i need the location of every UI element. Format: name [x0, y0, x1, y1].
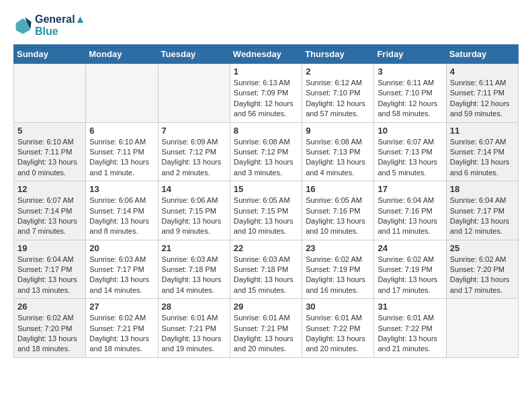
cell-info: Sunrise: 6:06 AM Sunset: 7:14 PM Dayligh…	[89, 195, 154, 237]
day-number: 19	[17, 243, 82, 253]
calendar-cell	[14, 64, 86, 123]
calendar-cell: 10Sunrise: 6:07 AM Sunset: 7:13 PM Dayli…	[374, 122, 446, 181]
day-header-saturday: Saturday	[446, 45, 518, 64]
calendar-cell	[158, 64, 230, 123]
cell-info: Sunrise: 6:01 AM Sunset: 7:21 PM Dayligh…	[234, 313, 298, 355]
cell-info: Sunrise: 6:08 AM Sunset: 7:12 PM Dayligh…	[234, 137, 298, 179]
calendar-cell: 30Sunrise: 6:01 AM Sunset: 7:22 PM Dayli…	[302, 299, 374, 358]
calendar-cell: 13Sunrise: 6:06 AM Sunset: 7:14 PM Dayli…	[86, 181, 158, 240]
day-number: 6	[89, 126, 154, 136]
day-number: 5	[17, 126, 82, 136]
calendar-cell: 27Sunrise: 6:02 AM Sunset: 7:21 PM Dayli…	[86, 299, 158, 358]
calendar-cell: 31Sunrise: 6:01 AM Sunset: 7:22 PM Dayli…	[374, 299, 446, 358]
calendar-cell	[446, 299, 518, 358]
calendar-cell: 19Sunrise: 6:04 AM Sunset: 7:17 PM Dayli…	[14, 240, 86, 299]
cell-info: Sunrise: 6:05 AM Sunset: 7:15 PM Dayligh…	[234, 195, 298, 237]
day-number: 27	[89, 302, 154, 312]
calendar-week-3: 12Sunrise: 6:07 AM Sunset: 7:14 PM Dayli…	[14, 181, 519, 240]
calendar-table: SundayMondayTuesdayWednesdayThursdayFrid…	[13, 44, 519, 358]
calendar-cell: 11Sunrise: 6:07 AM Sunset: 7:14 PM Dayli…	[446, 122, 518, 181]
day-header-monday: Monday	[86, 45, 158, 64]
calendar-cell: 6Sunrise: 6:10 AM Sunset: 7:11 PM Daylig…	[86, 122, 158, 181]
calendar-cell: 17Sunrise: 6:04 AM Sunset: 7:16 PM Dayli…	[374, 181, 446, 240]
calendar-cell: 24Sunrise: 6:02 AM Sunset: 7:19 PM Dayli…	[374, 240, 446, 299]
day-number: 29	[234, 302, 298, 312]
page: General▲ Blue SundayMondayTuesdayWednesd…	[0, 0, 532, 371]
cell-info: Sunrise: 6:08 AM Sunset: 7:13 PM Dayligh…	[306, 137, 370, 179]
day-number: 2	[306, 66, 370, 77]
calendar-cell: 25Sunrise: 6:02 AM Sunset: 7:20 PM Dayli…	[446, 240, 518, 299]
day-number: 11	[450, 126, 515, 136]
calendar-cell: 23Sunrise: 6:02 AM Sunset: 7:19 PM Dayli…	[302, 240, 374, 299]
cell-info: Sunrise: 6:07 AM Sunset: 7:14 PM Dayligh…	[17, 195, 82, 237]
day-number: 12	[17, 184, 82, 194]
calendar-cell: 28Sunrise: 6:01 AM Sunset: 7:21 PM Dayli…	[158, 299, 230, 358]
cell-info: Sunrise: 6:02 AM Sunset: 7:19 PM Dayligh…	[306, 255, 370, 296]
logo: General▲ Blue	[13, 13, 85, 38]
day-number: 10	[378, 126, 442, 136]
cell-info: Sunrise: 6:11 AM Sunset: 7:11 PM Dayligh…	[450, 78, 515, 120]
header: General▲ Blue	[13, 13, 519, 38]
cell-info: Sunrise: 6:11 AM Sunset: 7:10 PM Dayligh…	[378, 78, 442, 120]
calendar-cell: 18Sunrise: 6:04 AM Sunset: 7:17 PM Dayli…	[446, 181, 518, 240]
day-number: 25	[450, 243, 515, 253]
calendar-cell: 3Sunrise: 6:11 AM Sunset: 7:10 PM Daylig…	[374, 64, 446, 123]
day-number: 21	[162, 243, 226, 253]
cell-info: Sunrise: 6:02 AM Sunset: 7:21 PM Dayligh…	[89, 313, 154, 355]
day-number: 24	[378, 243, 442, 253]
day-header-wednesday: Wednesday	[230, 45, 302, 64]
calendar-cell: 16Sunrise: 6:05 AM Sunset: 7:16 PM Dayli…	[302, 181, 374, 240]
cell-info: Sunrise: 6:07 AM Sunset: 7:14 PM Dayligh…	[450, 137, 515, 179]
cell-info: Sunrise: 6:10 AM Sunset: 7:11 PM Dayligh…	[17, 137, 82, 179]
calendar-cell: 21Sunrise: 6:03 AM Sunset: 7:18 PM Dayli…	[158, 240, 230, 299]
day-number: 8	[234, 126, 298, 136]
day-number: 20	[89, 243, 154, 253]
logo-text: General▲ Blue	[35, 13, 85, 38]
cell-info: Sunrise: 6:09 AM Sunset: 7:12 PM Dayligh…	[162, 137, 226, 179]
cell-info: Sunrise: 6:02 AM Sunset: 7:20 PM Dayligh…	[450, 255, 515, 296]
calendar-cell: 15Sunrise: 6:05 AM Sunset: 7:15 PM Dayli…	[230, 181, 302, 240]
calendar-cell	[86, 64, 158, 123]
day-number: 17	[378, 184, 442, 194]
day-header-tuesday: Tuesday	[158, 45, 230, 64]
calendar-week-1: 1Sunrise: 6:13 AM Sunset: 7:09 PM Daylig…	[14, 64, 519, 123]
cell-info: Sunrise: 6:13 AM Sunset: 7:09 PM Dayligh…	[234, 78, 298, 120]
day-number: 4	[450, 66, 515, 77]
day-number: 7	[162, 126, 226, 136]
day-number: 26	[17, 302, 82, 312]
calendar-week-2: 5Sunrise: 6:10 AM Sunset: 7:11 PM Daylig…	[14, 122, 519, 181]
cell-info: Sunrise: 6:07 AM Sunset: 7:13 PM Dayligh…	[378, 137, 442, 179]
cell-info: Sunrise: 6:06 AM Sunset: 7:15 PM Dayligh…	[162, 195, 226, 237]
calendar-cell: 5Sunrise: 6:10 AM Sunset: 7:11 PM Daylig…	[14, 122, 86, 181]
day-header-sunday: Sunday	[14, 45, 86, 64]
calendar-cell: 7Sunrise: 6:09 AM Sunset: 7:12 PM Daylig…	[158, 122, 230, 181]
day-number: 22	[234, 243, 298, 253]
day-number: 3	[378, 66, 442, 77]
calendar-cell: 4Sunrise: 6:11 AM Sunset: 7:11 PM Daylig…	[446, 64, 518, 123]
calendar-cell: 2Sunrise: 6:12 AM Sunset: 7:10 PM Daylig…	[302, 64, 374, 123]
calendar-cell: 14Sunrise: 6:06 AM Sunset: 7:15 PM Dayli…	[158, 181, 230, 240]
cell-info: Sunrise: 6:04 AM Sunset: 7:17 PM Dayligh…	[450, 195, 515, 237]
day-number: 14	[162, 184, 226, 194]
day-number: 23	[306, 243, 370, 253]
logo-icon	[13, 16, 32, 35]
day-header-friday: Friday	[374, 45, 446, 64]
calendar-cell: 8Sunrise: 6:08 AM Sunset: 7:12 PM Daylig…	[230, 122, 302, 181]
cell-info: Sunrise: 6:01 AM Sunset: 7:22 PM Dayligh…	[306, 313, 370, 355]
cell-info: Sunrise: 6:02 AM Sunset: 7:20 PM Dayligh…	[17, 313, 82, 355]
cell-info: Sunrise: 6:01 AM Sunset: 7:22 PM Dayligh…	[378, 313, 442, 355]
calendar-week-5: 26Sunrise: 6:02 AM Sunset: 7:20 PM Dayli…	[14, 299, 519, 358]
calendar-cell: 9Sunrise: 6:08 AM Sunset: 7:13 PM Daylig…	[302, 122, 374, 181]
day-number: 30	[306, 302, 370, 312]
cell-info: Sunrise: 6:04 AM Sunset: 7:17 PM Dayligh…	[17, 255, 82, 296]
calendar-cell: 20Sunrise: 6:03 AM Sunset: 7:17 PM Dayli…	[86, 240, 158, 299]
cell-info: Sunrise: 6:05 AM Sunset: 7:16 PM Dayligh…	[306, 195, 370, 237]
calendar-cell: 29Sunrise: 6:01 AM Sunset: 7:21 PM Dayli…	[230, 299, 302, 358]
calendar-cell: 26Sunrise: 6:02 AM Sunset: 7:20 PM Dayli…	[14, 299, 86, 358]
day-number: 13	[89, 184, 154, 194]
calendar-cell: 12Sunrise: 6:07 AM Sunset: 7:14 PM Dayli…	[14, 181, 86, 240]
day-number: 15	[234, 184, 298, 194]
header-row: SundayMondayTuesdayWednesdayThursdayFrid…	[14, 45, 519, 64]
day-number: 18	[450, 184, 515, 194]
day-number: 9	[306, 126, 370, 136]
